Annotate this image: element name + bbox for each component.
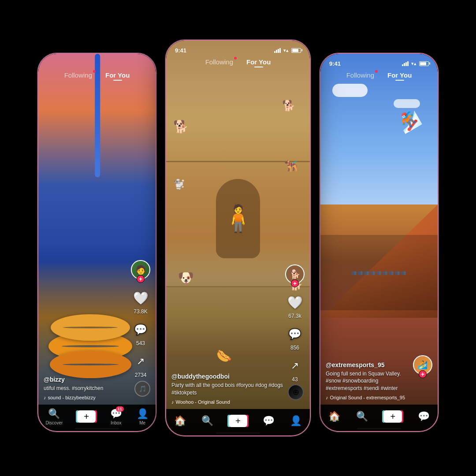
comment-button-center[interactable]: 💬 856 bbox=[285, 324, 305, 351]
nav-dot-right bbox=[375, 70, 378, 73]
share-button-left[interactable]: ↗ 2734 bbox=[131, 352, 150, 378]
tab-following-right[interactable]: Following bbox=[346, 71, 374, 79]
nav-me-left[interactable]: 👤 Me bbox=[137, 408, 149, 425]
nav-profile-center[interactable]: 👤 bbox=[290, 415, 302, 427]
cloud bbox=[332, 84, 368, 97]
tab-following-center[interactable]: Following bbox=[205, 58, 233, 66]
create-btn-inner-center: + bbox=[229, 415, 247, 427]
status-bar-right: 9:41 ▾▴ bbox=[320, 54, 438, 70]
share-count-left: 2734 bbox=[135, 372, 147, 378]
bottom-nav-left: 🔍 Discover + 💬 11 Inbox 👤 bbox=[38, 405, 156, 431]
nav-dot-left bbox=[93, 70, 96, 73]
sound-info-right: ♪ Original Sound - extremesports_95 bbox=[326, 395, 411, 400]
inbox-label-left: Inbox bbox=[111, 420, 121, 425]
sound-info-left: ♪ sound - bizzybeebizzy bbox=[44, 395, 129, 400]
wifi-icon-right: ▾▴ bbox=[411, 61, 416, 67]
tab-foryou-left[interactable]: For You bbox=[105, 71, 130, 79]
phone-screen-center: 🧍 🐕 🐕 🐩 🐕‍🦺 🐶 🐕 🌭 9:41 bbox=[166, 41, 310, 435]
share-count-center: 43 bbox=[292, 376, 298, 383]
heart-icon-center: 🤍 bbox=[285, 293, 305, 312]
create-btn-center: + bbox=[229, 415, 247, 427]
comment-button-left[interactable]: 💬 543 bbox=[131, 320, 150, 346]
like-button-center[interactable]: 🤍 67.3k bbox=[285, 293, 305, 319]
spinning-disc-left: 🎵 bbox=[134, 381, 150, 397]
avatar-add-center[interactable]: + bbox=[291, 279, 299, 287]
bottom-info-right: @extremesports_95 Going full send in Squ… bbox=[326, 361, 411, 400]
right-actions-left: 🧑 + 🤍 73.8K 💬 543 ↗ 2734 bbox=[131, 260, 150, 378]
inbox-badge-left: 11 bbox=[116, 406, 124, 412]
home-icon-right: 🏠 bbox=[328, 411, 340, 422]
nav-inbox-center[interactable]: 💬 bbox=[263, 415, 275, 427]
music-note-right: ♪ bbox=[326, 395, 328, 400]
profile-icon-left: 👤 bbox=[137, 408, 149, 420]
nav-inbox-left[interactable]: 💬 11 Inbox bbox=[110, 408, 122, 425]
status-icons-right: ▾▴ bbox=[402, 61, 429, 67]
caption-left: utiful mess. #sorrykitchen bbox=[44, 385, 129, 392]
nav-home-center[interactable]: 🏠 bbox=[174, 415, 186, 427]
avatar-add-right[interactable]: + bbox=[419, 370, 427, 378]
phone-left: Following For You 🧑 + 🤍 73.8K bbox=[37, 53, 156, 432]
status-time-right: 9:41 bbox=[329, 60, 341, 67]
battery-right bbox=[419, 61, 429, 66]
music-note-center: ♪ bbox=[171, 399, 174, 405]
nav-create-center[interactable]: + bbox=[229, 415, 247, 427]
signal-bar-4 bbox=[279, 48, 281, 53]
signal-bar-r2 bbox=[404, 63, 405, 66]
dogs-visual-5: 🐶 bbox=[178, 270, 194, 285]
username-left: @bizzy bbox=[44, 376, 129, 383]
share-button-center[interactable]: ↗ 43 bbox=[285, 356, 305, 383]
nav-create-right[interactable]: + bbox=[383, 410, 402, 423]
dogs-visual-4: 🐕‍🦺 bbox=[284, 159, 298, 173]
like-button-left[interactable]: 🤍 73.8K bbox=[131, 288, 150, 315]
discover-icon-left: 🔍 bbox=[48, 408, 60, 420]
signal-bars-center bbox=[274, 48, 281, 53]
right-actions-center: 🐕 + 🤍 67.3k 💬 856 ↗ 43 bbox=[285, 264, 305, 383]
status-bar-center: 9:41 ▾▴ bbox=[166, 41, 310, 56]
music-note-left: ♪ bbox=[44, 395, 46, 400]
spectators: 👥👥👥👥👥👥👥👥👥 bbox=[320, 235, 438, 310]
caption-center: Party with all the good bois #foryou #do… bbox=[171, 382, 283, 397]
tab-foryou-right[interactable]: For You bbox=[387, 71, 412, 79]
caption-right: Going full send in Squaw Valley. #snow #… bbox=[326, 370, 411, 392]
nav-home-right[interactable]: 🏠 bbox=[328, 411, 340, 422]
sound-text-left: sound - bizzybeebizzy bbox=[48, 395, 96, 400]
share-icon-left: ↗ bbox=[131, 352, 150, 371]
comment-icon-left: 💬 bbox=[131, 320, 150, 339]
bottom-info-left: @bizzy utiful mess. #sorrykitchen ♪ soun… bbox=[44, 376, 129, 400]
nav-tabs-right: Following For You bbox=[320, 71, 438, 79]
bottom-nav-right: 🏠 🔍 + 💬 bbox=[320, 405, 438, 431]
avatar-container-right: 🏄 + bbox=[413, 355, 432, 375]
inbox-icon-left: 💬 11 bbox=[110, 408, 122, 420]
nav-tabs-center: Following For You bbox=[166, 58, 310, 66]
create-btn-left: + bbox=[77, 410, 96, 423]
phone-screen-left: Following For You 🧑 + 🤍 73.8K bbox=[38, 54, 156, 431]
username-right: @extremesports_95 bbox=[326, 361, 411, 368]
nav-inbox-right[interactable]: 💬 bbox=[418, 411, 430, 422]
inbox-icon-right: 💬 bbox=[418, 411, 430, 422]
tab-foryou-center[interactable]: For You bbox=[246, 58, 271, 66]
nav-search-center[interactable]: 🔍 bbox=[201, 415, 213, 427]
nav-search-right[interactable]: 🔍 bbox=[356, 411, 368, 422]
sound-text-right: Original Sound - extremesports_95 bbox=[330, 395, 405, 400]
nav-tabs-left: Following For You bbox=[38, 71, 156, 79]
nav-discover-left[interactable]: 🔍 Discover bbox=[45, 408, 63, 425]
sound-info-center: ♪ Woohoo - Original Sound bbox=[171, 399, 283, 405]
share-icon-center: ↗ bbox=[285, 356, 305, 376]
avatar-add-left[interactable]: + bbox=[137, 275, 145, 283]
status-icons-center: ▾▴ bbox=[274, 48, 301, 53]
profile-icon-center: 👤 bbox=[290, 415, 302, 427]
home-icon-center: 🏠 bbox=[174, 415, 186, 427]
phone-screen-right: 🏂 👥👥👥👥👥👥👥👥👥 9:41 ▾▴ bbox=[320, 54, 438, 431]
battery-fill-right bbox=[420, 62, 426, 65]
tab-following-left[interactable]: Following bbox=[64, 71, 92, 79]
wifi-icon-center: ▾▴ bbox=[283, 48, 289, 53]
username-center: @buddythegoodboi bbox=[171, 373, 283, 380]
search-icon-center: 🔍 bbox=[201, 415, 213, 427]
phone-right: 🏂 👥👥👥👥👥👥👥👥👥 9:41 ▾▴ bbox=[320, 53, 439, 432]
nav-create-left[interactable]: + bbox=[77, 410, 96, 423]
signal-bar-r3 bbox=[405, 62, 407, 66]
dogs-visual: 🐕 bbox=[173, 119, 189, 134]
cloud-2 bbox=[394, 99, 420, 108]
nav-dot-center bbox=[234, 57, 237, 60]
signal-bar-1 bbox=[274, 51, 275, 53]
